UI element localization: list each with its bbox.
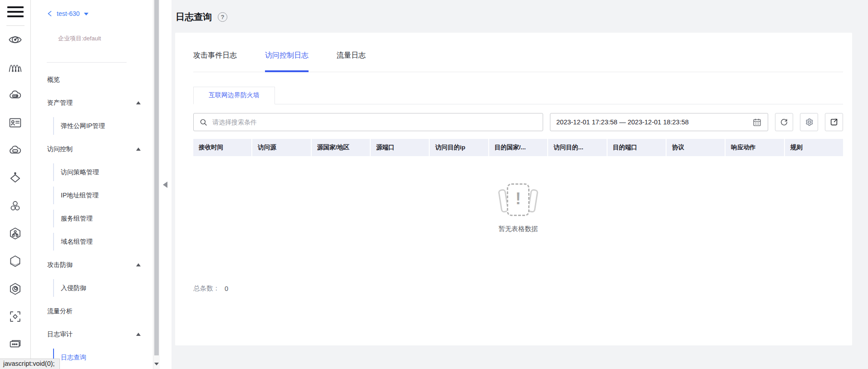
nav-scrollbar[interactable] bbox=[153, 0, 160, 369]
column-header-dest[interactable]: 访问目的... bbox=[547, 139, 606, 156]
column-header-source-country[interactable]: 源国家/地区 bbox=[311, 139, 370, 156]
table-header: 接收时间 访问源 源国家/地区 源端口 访问目的ip 目的国家/... 访问目的… bbox=[193, 139, 843, 156]
scan-diamond-icon[interactable] bbox=[6, 307, 25, 325]
instance-switcher[interactable]: test-630 bbox=[47, 10, 88, 17]
cloud-server-icon[interactable] bbox=[6, 86, 25, 104]
export-button[interactable] bbox=[825, 113, 843, 131]
overview-gauge-icon[interactable] bbox=[6, 30, 25, 49]
sidebar-nav: test-630 企业项目:default 概览 资产管理 弹性公网IP管理 访… bbox=[31, 0, 160, 369]
main-content: 日志查询 ? 攻击事件日志 访问控制日志 流量日志 互联网边界防火墙 2023-… bbox=[172, 0, 868, 369]
traffic-waves-icon[interactable] bbox=[6, 58, 25, 76]
search-box[interactable] bbox=[193, 113, 543, 131]
icon-rail bbox=[0, 0, 31, 369]
calendar-icon bbox=[752, 118, 762, 127]
column-header-dest-country[interactable]: 目的国家/... bbox=[488, 139, 547, 156]
date-range-value: 2023-12-01 17:23:58 — 2023-12-01 18:23:5… bbox=[556, 118, 689, 126]
scroll-down-arrow-icon[interactable] bbox=[154, 363, 159, 365]
nav-scrollbar-thumb[interactable] bbox=[154, 0, 159, 355]
date-range-picker[interactable]: 2023-12-01 17:23:58 — 2023-12-01 18:23:5… bbox=[550, 113, 768, 131]
sidebar-item-eip-mgmt[interactable]: 弹性公网IP管理 bbox=[31, 114, 153, 138]
tab-attack-event-log[interactable]: 攻击事件日志 bbox=[193, 51, 237, 72]
column-header-dest-ip[interactable]: 访问目的ip bbox=[429, 139, 488, 156]
help-icon[interactable]: ? bbox=[218, 12, 227, 22]
gear-icon bbox=[804, 118, 814, 127]
sidebar-item-attack-defense[interactable]: 攻击防御 bbox=[31, 253, 153, 276]
sidebar-item-service-group[interactable]: 服务组管理 bbox=[31, 207, 153, 230]
column-header-receive-time[interactable]: 接收时间 bbox=[193, 139, 251, 156]
nav-divider bbox=[47, 62, 127, 63]
collapse-arrow-icon[interactable] bbox=[136, 148, 141, 151]
refresh-button[interactable] bbox=[775, 113, 793, 131]
rail-divider bbox=[6, 25, 25, 26]
sidebar-item-access-policy[interactable]: 访问策略管理 bbox=[31, 161, 153, 184]
collapse-arrow-icon[interactable] bbox=[136, 263, 141, 266]
total-count-label: 总条数： bbox=[193, 284, 220, 293]
toolbar: 2023-12-01 17:23:58 — 2023-12-01 18:23:5… bbox=[193, 113, 843, 131]
id-card-icon[interactable] bbox=[6, 113, 25, 132]
back-chevron-icon bbox=[47, 10, 53, 17]
nav-collapse-gutter bbox=[160, 0, 172, 369]
column-header-rule[interactable]: 规则 bbox=[784, 139, 843, 156]
column-header-response-action[interactable]: 响应动作 bbox=[725, 139, 784, 156]
tab-traffic-log[interactable]: 流量日志 bbox=[337, 51, 366, 72]
collapse-nav-icon[interactable] bbox=[163, 182, 167, 188]
log-tabs: 攻击事件日志 访问控制日志 流量日志 bbox=[193, 51, 843, 72]
hexagon-icon[interactable] bbox=[6, 252, 25, 270]
sidebar-item-overview[interactable]: 概览 bbox=[31, 68, 153, 91]
hexagon-org-icon[interactable] bbox=[6, 224, 25, 242]
content-card: 攻击事件日志 访问控制日志 流量日志 互联网边界防火墙 2023-12-01 1… bbox=[175, 33, 852, 345]
empty-table-icon: ! bbox=[498, 183, 538, 219]
chevron-down-icon bbox=[84, 13, 88, 15]
sidebar-item-access-control[interactable]: 访问控制 bbox=[31, 138, 153, 161]
column-header-source[interactable]: 访问源 bbox=[251, 139, 310, 156]
collapse-arrow-icon[interactable] bbox=[136, 333, 141, 336]
total-count-row: 总条数： 0 bbox=[193, 284, 843, 293]
total-count-value: 0 bbox=[225, 285, 228, 292]
firewall-tab-row: 互联网边界防火墙 bbox=[193, 87, 843, 104]
sidebar-item-traffic-analysis[interactable]: 流量分析 bbox=[31, 300, 153, 323]
tab-internet-boundary-firewall[interactable]: 互联网边界防火墙 bbox=[193, 87, 275, 104]
node-cluster-icon[interactable] bbox=[6, 197, 25, 215]
hexagon-spiral-icon[interactable] bbox=[6, 280, 25, 298]
page-title: 日志查询 bbox=[176, 11, 212, 23]
search-icon bbox=[199, 118, 208, 127]
menu-hamburger-icon[interactable] bbox=[7, 5, 24, 19]
enterprise-project-label: 企业项目:default bbox=[58, 34, 101, 43]
sidebar-item-log-audit[interactable]: 日志审计 bbox=[31, 323, 153, 346]
drone-diamond-icon[interactable] bbox=[6, 169, 25, 187]
collapse-arrow-icon[interactable] bbox=[136, 101, 141, 104]
instance-name[interactable]: test-630 bbox=[57, 10, 80, 17]
cloud-asset-icon[interactable] bbox=[6, 141, 25, 159]
sidebar-menu: 概览 资产管理 弹性公网IP管理 访问控制 访问策略管理 IP地址组管理 服务组… bbox=[31, 68, 153, 369]
browser-link-status: javascript:void(0); bbox=[0, 359, 60, 369]
sidebar-item-ip-group[interactable]: IP地址组管理 bbox=[31, 184, 153, 207]
column-header-dest-port[interactable]: 目的端口 bbox=[607, 139, 666, 156]
sidebar-item-intrusion-prevention[interactable]: 入侵防御 bbox=[31, 276, 153, 300]
column-header-source-port[interactable]: 源端口 bbox=[370, 139, 429, 156]
tab-access-control-log[interactable]: 访问控制日志 bbox=[265, 51, 309, 72]
export-icon bbox=[829, 118, 839, 127]
search-input[interactable] bbox=[212, 118, 537, 126]
console-window-icon[interactable] bbox=[6, 335, 25, 353]
settings-button[interactable] bbox=[800, 113, 818, 131]
sidebar-item-asset-mgmt[interactable]: 资产管理 bbox=[31, 91, 153, 114]
column-header-protocol[interactable]: 协议 bbox=[666, 139, 725, 156]
refresh-icon bbox=[780, 118, 789, 127]
sidebar-item-domain-group[interactable]: 域名组管理 bbox=[31, 230, 153, 253]
empty-state-text: 暂无表格数据 bbox=[499, 225, 538, 233]
empty-state: ! 暂无表格数据 bbox=[193, 183, 843, 233]
